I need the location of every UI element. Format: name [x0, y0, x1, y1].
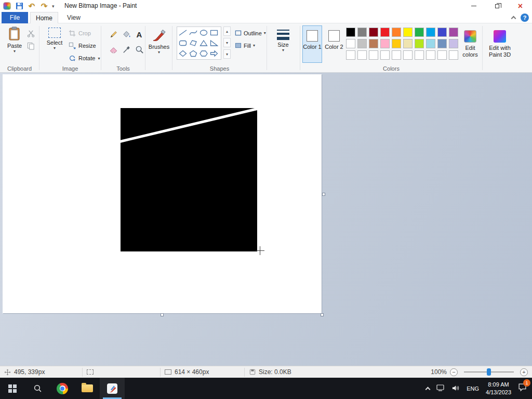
save-icon[interactable] — [15, 2, 24, 11]
palette-color-r3-c7[interactable] — [415, 50, 424, 60]
palette-color-r2-c1[interactable] — [346, 39, 355, 48]
minimize-button[interactable] — [462, 0, 485, 12]
zoom-slider[interactable] — [464, 371, 514, 373]
palette-color-r1-c2[interactable] — [357, 28, 367, 37]
palette-color-r3-c10[interactable] — [449, 50, 458, 60]
shape-rounded-rectangle-icon[interactable] — [178, 38, 188, 48]
shapes-scroll-down-icon[interactable]: ▾ — [223, 38, 231, 47]
palette-color-r2-c3[interactable] — [369, 39, 378, 48]
undo-icon[interactable]: ↶ — [27, 2, 36, 11]
outline-button[interactable]: Outline ▾ — [235, 30, 266, 36]
shape-curve-icon[interactable] — [188, 28, 198, 38]
palette-color-r1-c8[interactable] — [426, 28, 435, 37]
palette-color-r3-c1[interactable] — [346, 50, 355, 60]
notification-center-button[interactable]: 1 — [518, 383, 527, 394]
palette-color-r1-c6[interactable] — [403, 28, 413, 37]
start-button[interactable] — [0, 378, 25, 399]
pencil-tool-icon[interactable] — [108, 28, 119, 41]
language-indicator[interactable]: ENG — [467, 385, 479, 392]
palette-color-r1-c7[interactable] — [415, 28, 424, 37]
canvas-resize-handle-bottom[interactable] — [161, 313, 164, 316]
text-tool-icon[interactable]: A — [134, 28, 145, 41]
palette-color-r2-c10[interactable] — [449, 39, 458, 48]
taskbar-chrome-button[interactable] — [50, 378, 75, 399]
fill-tool-icon[interactable] — [121, 28, 132, 41]
color-picker-tool-icon[interactable] — [121, 43, 132, 56]
tray-show-hidden-icon[interactable] — [425, 387, 431, 392]
volume-icon[interactable] — [452, 384, 460, 393]
palette-color-r2-c4[interactable] — [380, 39, 390, 48]
shape-line-icon[interactable] — [178, 28, 188, 38]
palette-color-r3-c8[interactable] — [426, 50, 435, 60]
palette-color-r1-c4[interactable] — [380, 28, 390, 37]
shape-oval-icon[interactable] — [198, 28, 209, 38]
zoom-in-button[interactable]: + — [520, 368, 528, 376]
shape-rectangle-icon[interactable] — [209, 28, 219, 38]
resize-button[interactable]: Resize — [69, 41, 96, 50]
shape-hexagon-icon[interactable] — [198, 48, 209, 59]
redo-icon[interactable]: ↷ — [39, 2, 49, 11]
paste-button[interactable]: Paste ▾ — [3, 26, 26, 54]
close-button[interactable]: × — [509, 0, 532, 12]
palette-color-r3-c9[interactable] — [437, 50, 447, 60]
palette-color-r2-c7[interactable] — [415, 39, 424, 48]
shapes-more-icon[interactable]: ▾ — [223, 49, 231, 59]
rotate-button[interactable]: Rotate ▾ — [69, 54, 100, 63]
palette-color-r2-c2[interactable] — [357, 39, 367, 48]
palette-color-r3-c2[interactable] — [357, 50, 367, 60]
size-button[interactable]: Size ▾ — [271, 30, 295, 52]
palette-color-r2-c8[interactable] — [426, 39, 435, 48]
edit-colors-button[interactable]: Edit colors — [459, 25, 481, 63]
shape-triangle-icon[interactable] — [198, 38, 209, 48]
palette-color-r2-c5[interactable] — [392, 39, 401, 48]
taskbar-search-button[interactable] — [25, 378, 50, 399]
customize-qat-icon[interactable]: ▾ — [52, 4, 55, 9]
restore-button[interactable] — [485, 0, 509, 12]
shape-arrow-right-icon[interactable] — [209, 48, 219, 59]
magnifier-tool-icon[interactable] — [134, 43, 145, 56]
shape-diamond-icon[interactable] — [178, 48, 188, 59]
canvas-resize-handle-right[interactable] — [322, 193, 325, 196]
palette-color-r2-c9[interactable] — [437, 39, 447, 48]
palette-color-r1-c5[interactable] — [392, 28, 401, 37]
palette-color-r3-c5[interactable] — [392, 50, 401, 60]
shape-pentagon-icon[interactable] — [188, 48, 198, 59]
fill-button[interactable]: Fill ▾ — [235, 42, 255, 49]
color1-button[interactable]: Color 1 — [302, 25, 322, 63]
network-icon[interactable] — [436, 384, 445, 393]
brushes-button[interactable]: Brushes ▾ — [148, 29, 170, 55]
palette-color-r3-c6[interactable] — [403, 50, 413, 60]
edit-with-paint3d-button[interactable]: Edit with Paint 3D — [485, 25, 515, 70]
palette-color-r1-c3[interactable] — [369, 28, 378, 37]
help-icon[interactable]: ? — [521, 14, 529, 22]
canvas-area[interactable] — [0, 73, 532, 366]
clock[interactable]: 8:09 AM 4/13/2023 — [486, 381, 511, 396]
tab-view[interactable]: View — [60, 12, 87, 23]
palette-color-r3-c4[interactable] — [380, 50, 390, 60]
zoom-slider-thumb[interactable] — [487, 368, 491, 376]
shapes-scroll-up-icon[interactable]: ▴ — [223, 26, 231, 36]
palette-color-r1-c1[interactable] — [346, 28, 355, 37]
palette-color-r2-c6[interactable] — [403, 39, 413, 48]
search-icon — [33, 384, 42, 393]
tab-file[interactable]: File — [2, 12, 28, 23]
color2-button[interactable]: Color 2 — [324, 25, 344, 63]
zoom-out-button[interactable]: − — [450, 368, 458, 376]
taskbar-paint-button[interactable] — [100, 378, 125, 399]
collapse-ribbon-icon[interactable] — [511, 16, 516, 21]
copy-icon[interactable] — [27, 42, 35, 52]
palette-color-r3-c3[interactable] — [369, 50, 378, 60]
cut-icon[interactable] — [27, 30, 35, 39]
tab-home[interactable]: Home — [30, 12, 58, 24]
shape-polygon-icon[interactable] — [188, 38, 198, 48]
crop-button[interactable]: Crop — [69, 29, 91, 38]
select-button[interactable]: Select ▾ — [43, 28, 66, 50]
canvas-resize-handle-corner[interactable] — [321, 313, 324, 316]
color1-swatch — [307, 30, 318, 42]
palette-color-r1-c9[interactable] — [437, 28, 447, 37]
palette-color-r1-c10[interactable] — [449, 28, 458, 37]
paint-canvas[interactable] — [3, 74, 322, 313]
shape-right-triangle-icon[interactable] — [209, 38, 219, 48]
taskbar-file-explorer-button[interactable] — [75, 378, 100, 399]
eraser-tool-icon[interactable] — [108, 43, 119, 56]
